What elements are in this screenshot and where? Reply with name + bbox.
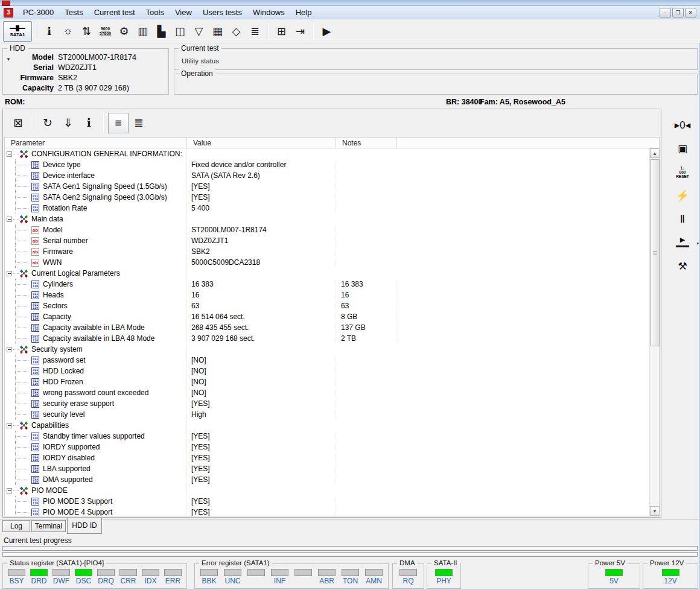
table-row[interactable]: CONFIGURATION GENERAL INFORMATION: — [5, 148, 649, 159]
menu-item-users-tests[interactable]: Users tests — [197, 7, 247, 19]
menu-item-current-test[interactable]: Current test — [89, 7, 141, 19]
tools-button[interactable]: ⚒ — [671, 256, 694, 276]
menu-item-help[interactable]: Help — [290, 7, 317, 19]
script-list-button[interactable]: ≣ — [246, 22, 264, 41]
database-button[interactable]: ◫ — [171, 22, 189, 41]
baud-rate-button[interactable]: 9600 57600 — [96, 22, 115, 41]
windows-cascade-button[interactable]: ⊞ — [272, 22, 291, 41]
param-cell: Current Logical Parameters — [5, 268, 187, 279]
run-button[interactable]: ▶ — [317, 22, 336, 41]
save-id-button[interactable]: ⇓ — [58, 113, 78, 133]
table-row[interactable]: wrong password count exceeded[NO] — [5, 387, 649, 398]
param-cell: IORDY supported — [5, 442, 187, 452]
restore-button[interactable]: ❐ — [672, 8, 684, 17]
expand-toggle[interactable] — [7, 347, 12, 352]
change-drive-button[interactable]: ⇅ — [77, 22, 96, 41]
drive-resources-button[interactable]: ℹ — [40, 22, 59, 41]
column-header-value[interactable]: Value — [187, 138, 336, 148]
table-row[interactable]: DMA supported[YES] — [5, 474, 649, 485]
table-row[interactable]: PIO MODE 4 Support[YES] — [5, 507, 649, 516]
expand-toggle[interactable] — [7, 271, 12, 276]
start-button[interactable]: ▶ ▬▬▾ — [671, 232, 694, 253]
table-row[interactable]: ModelST2000LM007-1R8174 — [5, 224, 649, 235]
view-detailed-icon: ≣ — [134, 116, 144, 130]
table-row[interactable]: security erase support[YES] — [5, 398, 649, 409]
recalibrate-track0-button[interactable]: ▸0◂ — [671, 115, 694, 135]
scroll-down-icon[interactable]: ▼ — [650, 506, 660, 516]
table-row[interactable]: HDD Locked[NO] — [5, 366, 649, 376]
menu-item-windows[interactable]: Windows — [247, 7, 290, 19]
close-button[interactable]: ✕ — [685, 8, 696, 17]
table-row[interactable]: Security system — [5, 344, 649, 355]
filter-button[interactable]: ▽ — [189, 22, 208, 41]
power-switch-button[interactable]: ⚡ — [671, 185, 694, 206]
sata1-port-button[interactable]: SATA1 — [3, 21, 32, 42]
table-row[interactable]: security levelHigh — [5, 409, 649, 420]
table-row[interactable]: Device interfaceSATA (SATA Rev 2.6) — [5, 170, 649, 181]
column-header-parameter[interactable]: Parameter — [5, 138, 187, 148]
defect-grid-button[interactable]: ▦ — [208, 22, 227, 41]
test-flowchart-button[interactable]: ◇ — [227, 22, 246, 41]
table-row[interactable]: SATA Gen2 Signaling Speed (3.0Gb/s)[YES] — [5, 192, 649, 203]
register-icon — [31, 335, 39, 343]
table-row[interactable]: HDD Frozen[NO] — [5, 376, 649, 387]
table-row[interactable]: LBA supported[YES] — [5, 463, 649, 474]
tab-terminal[interactable]: Terminal — [31, 520, 66, 532]
expand-toggle[interactable] — [7, 488, 12, 493]
chip-board-button[interactable]: ▣ — [671, 138, 694, 159]
hard-reset-button[interactable]: 1↓ 000 RESET — [671, 162, 694, 182]
table-row[interactable]: IORDY supported[YES] — [5, 442, 649, 452]
reread-id-button[interactable]: ↻ — [37, 113, 58, 133]
hdd-select-chevron-down-icon[interactable]: ▼ — [5, 57, 12, 62]
table-row[interactable]: Capacity16 514 064 sect.8 GB — [5, 311, 649, 322]
table-row[interactable]: Rotation Rate5 400 — [5, 203, 649, 214]
menu-item-tools[interactable]: Tools — [141, 7, 170, 19]
menu-item-view[interactable]: View — [170, 7, 197, 19]
table-row[interactable]: WWN5000C5009DCA2318 — [5, 257, 649, 268]
expand-toggle[interactable] — [7, 151, 12, 157]
vertical-scrollbar[interactable]: ▲ ▼ — [649, 148, 659, 516]
table-row[interactable]: PIO MODE — [5, 485, 649, 496]
view-brief-button[interactable]: ≡ — [108, 113, 129, 133]
menu-item-tests[interactable]: Tests — [59, 7, 88, 19]
expand-toggle[interactable] — [7, 217, 12, 222]
table-row[interactable]: Device typeFixed device and/or controlle… — [5, 159, 649, 170]
param-label: DMA supported — [43, 475, 93, 484]
pause-button[interactable]: Ⅱ — [671, 209, 694, 229]
table-row[interactable]: Sectors6363 — [5, 300, 649, 311]
tab-hdd-id[interactable]: HDD ID — [67, 518, 102, 534]
expand-toggle[interactable] — [7, 423, 12, 428]
table-row[interactable]: Capacity available in LBA 48 Mode3 907 0… — [5, 333, 649, 344]
table-row[interactable]: Standby timer values supported[YES] — [5, 431, 649, 442]
resource-blocks-button[interactable]: ▙ — [152, 22, 171, 41]
minimize-button[interactable]: – — [660, 8, 671, 17]
register-icon — [31, 509, 39, 516]
table-row[interactable]: Main data — [5, 214, 649, 224]
menu-item-pc-3000[interactable]: PC-3000 — [18, 7, 59, 19]
table-row[interactable]: Heads1616 — [5, 290, 649, 300]
drive-lamp-button[interactable]: ☼ — [59, 22, 77, 41]
start-dropdown-icon[interactable]: ▾ — [696, 241, 699, 246]
table-row[interactable]: IORDY disabled[YES] — [5, 452, 649, 463]
exit-button[interactable]: ⇥ — [291, 22, 310, 41]
table-row[interactable]: Capabilities — [5, 420, 649, 431]
led-abr — [318, 569, 336, 576]
firmware-chip-button[interactable]: ▥ — [133, 22, 152, 41]
table-row[interactable]: Capacity available in LBA Mode268 435 45… — [5, 322, 649, 333]
table-row[interactable]: Cylinders16 38316 383 — [5, 279, 649, 290]
scroll-up-icon[interactable]: ▲ — [650, 148, 660, 158]
table-row[interactable]: FirmwareSBK2 — [5, 246, 649, 257]
table-row[interactable]: Serial numberWDZ0ZJT1 — [5, 235, 649, 246]
param-label: Heads — [43, 291, 64, 299]
table-row[interactable]: PIO MODE 3 Support[YES] — [5, 496, 649, 507]
table-row[interactable]: password set[NO] — [5, 355, 649, 366]
view-detailed-button[interactable]: ≣ — [129, 113, 149, 133]
table-row[interactable]: Current Logical Parameters — [5, 268, 649, 279]
column-header-notes[interactable]: Notes — [336, 138, 397, 148]
table-row[interactable]: SATA Gen1 Signaling Speed (1.5Gb/s)[YES] — [5, 181, 649, 192]
tab-log[interactable]: Log — [2, 520, 30, 532]
utility-settings-button[interactable]: ⚙ — [115, 22, 133, 41]
scrollbar-thumb[interactable] — [650, 159, 660, 346]
clear-id-button[interactable]: ⊠ — [8, 113, 28, 133]
id-info-button[interactable]: ℹ — [78, 113, 99, 133]
